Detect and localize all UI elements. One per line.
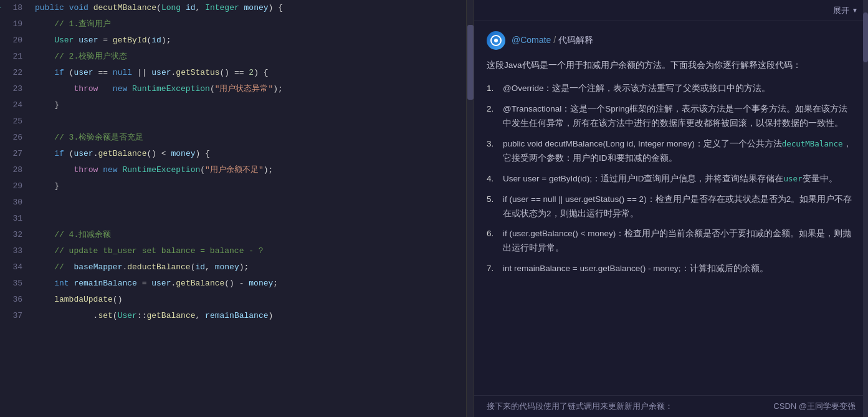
ai-list-item-7: 7.int remainBalance = user.getBalance() … <box>487 262 856 276</box>
ai-scrollbar[interactable] <box>863 0 868 417</box>
ai-list-item-2: 2.@Transactional：这是一个Spring框架的注解，表示该方法是一… <box>487 102 856 131</box>
at-sign: @Comate <box>512 35 551 45</box>
line-number-24: 24 <box>0 97 22 113</box>
line-number-20: 20 <box>0 32 22 49</box>
code-line-31 <box>35 211 474 227</box>
slash: / <box>553 35 556 45</box>
code-line-18: public void decutMBalance(Long id, Integ… <box>35 0 474 16</box>
code-editor: ↑ +1819202122232425262728293031323334353… <box>0 0 474 417</box>
code-line-29: } <box>35 178 474 194</box>
ai-footer: 接下来的代码段使用了链式调用来更新新用户余额： CSDN @王同学要变强 <box>474 395 868 417</box>
line-number-33: 33 <box>0 243 22 259</box>
ai-list-item-3: 3.public void decutMBalance(Long id, Int… <box>487 137 856 166</box>
code-line-20: User user = getById(id); <box>35 32 474 49</box>
ai-logo <box>487 31 505 50</box>
line-number-18: ↑ +18 <box>0 0 22 16</box>
code-line-25 <box>35 113 474 130</box>
code-content[interactable]: public void decutMBalance(Long id, Integ… <box>30 0 474 417</box>
chevron-down-icon: ▼ <box>852 7 858 14</box>
line-number-22: 22 <box>0 65 22 81</box>
ai-list-item-4: 4.User user = getById(id);：通过用户ID查询用户信息，… <box>487 172 856 186</box>
code-scrollbar[interactable] <box>466 0 474 417</box>
code-line-34: // baseMapper.deductBalance(id, money); <box>35 259 474 276</box>
code-line-36: lambdaUpdate() <box>35 292 474 308</box>
line-number-26: 26 <box>0 130 22 146</box>
line-number-32: 32 <box>0 227 22 243</box>
code-explain-label: 代码解释 <box>558 35 593 45</box>
line-icons: ↑ + <box>0 0 1 16</box>
line-number-37: 37 <box>0 308 22 324</box>
code-line-28: throw new RuntimeException("用户余额不足"); <box>35 162 474 178</box>
ai-scroll-thumb[interactable] <box>863 12 868 62</box>
ai-list-item-1: 1.@Override：这是一个注解，表示该方法重写了父类或接口中的方法。 <box>487 82 856 96</box>
code-scroll-thumb[interactable] <box>467 25 474 100</box>
ai-source-label: @Comate / 代码解释 <box>512 35 593 46</box>
ai-content: 这段Java代码是一个用于扣减用户余额的方法。下面我会为你逐行解释这段代码： 1… <box>487 59 856 276</box>
footer-left-text: 接下来的代码段使用了链式调用来更新新用户余额： <box>487 401 673 412</box>
ai-body[interactable]: @Comate / 代码解释 这段Java代码是一个用于扣减用户余额的方法。下面… <box>474 21 868 395</box>
ai-list-item-5: 5.if (user == null || user.getStatus() =… <box>487 193 856 221</box>
ai-intro: 这段Java代码是一个用于扣减用户余额的方法。下面我会为你逐行解释这段代码： <box>487 59 856 73</box>
ai-source-header: @Comate / 代码解释 <box>487 31 856 50</box>
line-number-29: 29 <box>0 178 22 194</box>
line-number-23: 23 <box>0 81 22 97</box>
line-number-27: 27 <box>0 146 22 162</box>
code-line-37: .set(User::getBalance, remainBalance) <box>35 308 474 324</box>
line-number-34: 34 <box>0 259 22 276</box>
footer-right-text: CSDN @王同学要变强 <box>773 401 856 412</box>
code-line-35: int remainBalance = user.getBalance() - … <box>35 276 474 292</box>
line-number-31: 31 <box>0 211 22 227</box>
line-number-21: 21 <box>0 49 22 65</box>
ai-panel-header: 展开 ▼ <box>474 0 868 21</box>
code-line-33: // update tb_user set balance = balance … <box>35 243 474 259</box>
code-line-22: if (user == null || user.getStatus() == … <box>35 65 474 81</box>
code-line-24: } <box>35 97 474 113</box>
expand-button[interactable]: 展开 ▼ <box>833 5 858 16</box>
line-number-35: 35 <box>0 276 22 292</box>
code-line-32: // 4.扣减余额 <box>35 227 474 243</box>
ai-list-item-6: 6.if (user.getBalance() < money)：检查用户的当前… <box>487 227 856 256</box>
code-line-21: // 2.校验用户状态 <box>35 49 474 65</box>
code-line-30 <box>35 194 474 211</box>
ai-panel: 展开 ▼ @Comate / 代码解释 这段Java代码是一个用于扣减用户余额的… <box>474 0 868 417</box>
code-line-19: // 1.查询用户 <box>35 16 474 32</box>
code-line-27: if (user.getBalance() < money) { <box>35 146 474 162</box>
ai-logo-inner <box>490 35 502 46</box>
ai-list: 1.@Override：这是一个注解，表示该方法重写了父类或接口中的方法。2.@… <box>487 82 856 276</box>
expand-label: 展开 <box>833 5 849 16</box>
code-line-26: // 3.检验余额是否充足 <box>35 130 474 146</box>
line-numbers: ↑ +1819202122232425262728293031323334353… <box>0 0 30 417</box>
line-number-25: 25 <box>0 113 22 130</box>
line-number-30: 30 <box>0 194 22 211</box>
code-line-23: throw new RuntimeException("用户状态异常"); <box>35 81 474 97</box>
line-number-36: 36 <box>0 292 22 308</box>
line-number-28: 28 <box>0 162 22 178</box>
line-number-19: 19 <box>0 16 22 32</box>
